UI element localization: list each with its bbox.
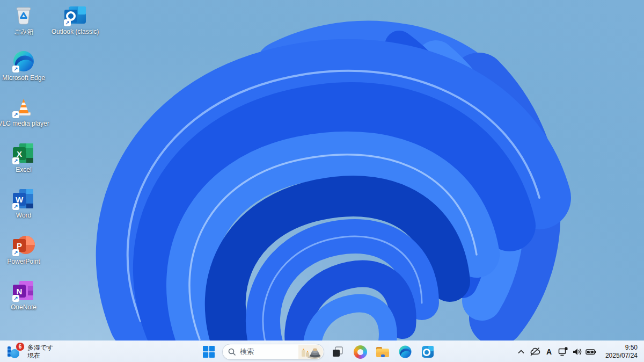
start-button[interactable] — [200, 343, 218, 361]
hidden-icons-chevron[interactable] — [514, 341, 528, 362]
desktop-icon-label: Word — [16, 212, 31, 219]
speaker-icon — [571, 346, 583, 358]
desktop-icon-word[interactable]: W ↗ Word — [3, 187, 44, 219]
search-icon — [228, 348, 236, 356]
shortcut-arrow-icon: ↗ — [12, 295, 19, 302]
shortcut-arrow-icon: ↗ — [12, 111, 19, 118]
ime-mode-label: A — [546, 347, 552, 356]
desktop: ごみ箱 ↗ Outlook (classic) — [0, 0, 644, 362]
volume-tray-button[interactable] — [570, 341, 584, 362]
edge-taskbar-button[interactable] — [396, 343, 414, 361]
shortcut-arrow-icon: ↗ — [12, 249, 19, 256]
recycle-bin-icon — [12, 3, 35, 27]
battery-tray-button[interactable] — [584, 341, 598, 362]
powerpoint-icon: P ↗ — [12, 233, 35, 257]
desktop-icon-powerpoint[interactable]: P ↗ PowerPoint — [3, 233, 44, 265]
excel-icon: X ↗ — [12, 141, 35, 165]
task-view-button[interactable] — [328, 343, 347, 361]
widgets-weather-button[interactable]: 6 多湿です 現在 — [0, 341, 60, 362]
word-icon: W ↗ — [12, 187, 35, 211]
desktop-icon-vlc[interactable]: ↗ VLC media player — [3, 95, 44, 127]
desktop-icon-label: ごみ箱 — [14, 28, 34, 35]
shortcut-arrow-icon: ↗ — [12, 157, 19, 164]
copilot-button[interactable] — [351, 343, 369, 361]
file-explorer-button[interactable] — [374, 343, 392, 361]
outlook-icon — [421, 345, 435, 359]
tray-time: 9:50 — [625, 344, 638, 352]
outlook-taskbar-button[interactable] — [419, 343, 437, 361]
desktop-icon-microsoft-edge[interactable]: ↗ Microsoft Edge — [3, 49, 44, 82]
edge-icon: ↗ — [12, 49, 35, 73]
outlook-icon: ↗ — [63, 3, 87, 27]
desktop-icon-label: Outlook (classic) — [52, 28, 99, 35]
network-tray-button[interactable] — [556, 341, 570, 362]
copilot-icon — [354, 345, 367, 359]
weather-time-label: 現在 — [27, 352, 54, 360]
ethernet-network-icon — [557, 346, 569, 358]
desktop-icon-label: VLC media player — [0, 120, 49, 127]
onenote-icon: N ↗ — [12, 279, 35, 302]
onedrive-slashed-cloud-icon — [529, 346, 541, 358]
search-box[interactable]: 検索 — [222, 344, 324, 360]
task-view-icon — [331, 345, 344, 358]
taskbar: 6 多湿です 現在 検索 — [0, 341, 644, 362]
desktop-icon-excel[interactable]: X ↗ Excel — [3, 141, 44, 173]
edge-icon — [398, 345, 412, 359]
chevron-up-icon — [516, 347, 526, 357]
desktop-icon-label: Excel — [16, 166, 31, 173]
wallpaper-bloom-flower — [0, 0, 644, 362]
desktop-icon-recycle-bin[interactable]: ごみ箱 — [3, 3, 44, 35]
desktop-icon-label: PowerPoint — [7, 258, 40, 265]
weather-condition: 多湿です — [27, 344, 54, 352]
desktop-icon-label: Microsoft Edge — [2, 75, 45, 82]
search-highlight-image[interactable] — [298, 345, 323, 359]
file-explorer-icon — [375, 345, 390, 358]
humidity-weather-icon: 6 — [8, 344, 24, 360]
vlc-icon: ↗ — [12, 95, 35, 119]
windows-logo-icon — [203, 346, 215, 358]
weather-text: 多湿です 現在 — [27, 344, 54, 360]
desktop-icon-onenote[interactable]: N ↗ OneNote — [3, 279, 44, 311]
shortcut-arrow-icon: ↗ — [12, 66, 19, 73]
onedrive-tray-button[interactable] — [528, 341, 542, 362]
ime-mode-button[interactable]: A — [542, 341, 556, 362]
desktop-icon-label: OneNote — [11, 304, 36, 311]
taskbar-center: 検索 — [200, 342, 437, 361]
tray-date: 2025/07/24 — [605, 352, 638, 360]
clock[interactable]: 9:50 2025/07/24 — [601, 341, 642, 362]
desktop-icon-outlook-classic[interactable]: ↗ Outlook (classic) — [55, 3, 96, 35]
system-tray: A — [514, 341, 642, 362]
shortcut-arrow-icon: ↗ — [64, 19, 71, 26]
shortcut-arrow-icon: ↗ — [12, 203, 19, 210]
notification-badge: 6 — [16, 342, 25, 351]
search-placeholder: 検索 — [240, 347, 254, 357]
battery-charging-icon — [584, 346, 597, 358]
